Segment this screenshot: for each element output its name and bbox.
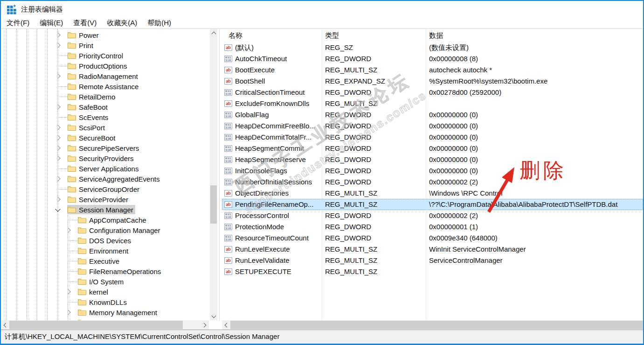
registry-value-row[interactable]: 011110 HeapDeCommitTotalFr... REG_DWORD …: [222, 132, 643, 143]
registry-value-row[interactable]: 011110 AutoChkTimeout REG_DWORD 0x000000…: [222, 53, 643, 64]
tree-item[interactable]: Session Manager: [1, 204, 210, 215]
tree-item[interactable]: DOS Devices: [1, 235, 210, 246]
column-header-type[interactable]: 类型: [322, 29, 426, 42]
registry-value-row[interactable]: 011110 ResourceTimeoutCount REG_DWORD 0x…: [222, 232, 643, 244]
tree-item[interactable]: SecurePipeServers: [1, 143, 210, 153]
tree-connector: [57, 66, 67, 66]
tree-connector: [57, 169, 67, 169]
tree-item[interactable]: AppCompatCache: [1, 215, 210, 225]
list-horizontal-scrollbar[interactable]: [222, 320, 643, 330]
tree-item[interactable]: ScsiPort: [1, 122, 210, 133]
tree-item[interactable]: ProductOptions: [1, 61, 210, 71]
tree-item[interactable]: ServiceGroupOrder: [1, 184, 210, 194]
regedit-app-icon: [7, 4, 17, 14]
tree-item[interactable]: kernel: [1, 287, 210, 297]
expand-chevron-icon[interactable]: [55, 104, 60, 109]
folder-icon: [78, 217, 86, 223]
dword-value-icon: 011110: [224, 56, 232, 62]
tree-item[interactable]: Memory Management: [1, 307, 210, 317]
value-type: REG_MULTI_SZ: [322, 64, 426, 76]
scroll-left-arrow-icon[interactable]: [222, 320, 230, 330]
column-header-name[interactable]: 名称: [222, 29, 322, 42]
tree-horizontal-scrollbar[interactable]: [1, 320, 209, 330]
tree-item-label: ServiceGroupOrder: [79, 185, 139, 193]
tree-item[interactable]: Power: [1, 30, 210, 40]
tree-item[interactable]: Print: [1, 40, 210, 50]
tree-item[interactable]: RadioManagement: [1, 71, 210, 81]
tree-item[interactable]: Executive: [1, 256, 210, 266]
menu-item-favorites[interactable]: 收藏夹(A): [102, 19, 142, 28]
expander-slot: [53, 189, 67, 190]
scroll-right-arrow-icon[interactable]: [201, 320, 209, 330]
tree-hscroll-thumb[interactable]: [9, 321, 183, 329]
expand-chevron-icon[interactable]: [55, 155, 60, 161]
tree-item[interactable]: ServiceProvider: [1, 194, 210, 204]
registry-value-row[interactable]: 011110 CriticalSectionTimeout REG_DWORD …: [222, 87, 643, 98]
registry-value-row[interactable]: 011110 NumberOfInitialSessions REG_DWORD…: [222, 176, 643, 188]
tree-item[interactable]: Server Applications: [1, 163, 210, 174]
registry-value-row[interactable]: ab (默认) REG_SZ (数值未设置): [222, 42, 643, 53]
registry-value-row[interactable]: ab RunLevelValidate REG_MULTI_SZ Service…: [222, 255, 643, 266]
registry-value-row[interactable]: 011110 GlobalFlag REG_DWORD 0x00000000 (…: [222, 109, 643, 120]
tree-item[interactable]: ServiceAggregatedEvents: [1, 174, 210, 184]
registry-value-row[interactable]: 011110 HeapDeCommitFreeBlo... REG_DWORD …: [222, 120, 643, 132]
registry-value-row[interactable]: 011110 HeapSegmentReserve REG_DWORD 0x00…: [222, 154, 643, 165]
tree-connector: [57, 189, 67, 190]
tree-item[interactable]: SecureBoot: [1, 133, 210, 143]
registry-value-row[interactable]: 011110 HeapSegmentCommit REG_DWORD 0x000…: [222, 143, 643, 154]
registry-value-row[interactable]: ab ExcludeFromKnownDlls REG_MULTI_SZ: [222, 98, 643, 109]
string-value-icon: ab: [224, 257, 232, 264]
menu-item-view[interactable]: 查看(V): [68, 19, 102, 28]
registry-value-row[interactable]: ab RunLevelExecute REG_MULTI_SZ WinInit …: [222, 244, 643, 255]
registry-value-row[interactable]: ab PendingFileRenameOp... REG_MULTI_SZ \…: [222, 199, 643, 210]
tree-item[interactable]: KnownDLLs: [1, 297, 210, 307]
expand-chevron-icon[interactable]: [55, 145, 60, 150]
scroll-up-arrow-icon[interactable]: [210, 29, 217, 37]
expand-chevron-icon[interactable]: [55, 176, 60, 181]
pane-splitter[interactable]: [219, 29, 220, 330]
tree-vscroll-thumb[interactable]: [210, 185, 217, 224]
string-value-icon: ab: [224, 67, 232, 73]
list-hscroll-thumb[interactable]: [230, 321, 643, 329]
collapse-chevron-icon[interactable]: [55, 206, 60, 211]
tree-item[interactable]: ScEvents: [1, 112, 210, 122]
tree-item[interactable]: FileRenameOperations: [1, 266, 210, 276]
expand-chevron-icon[interactable]: [55, 197, 60, 202]
tree-connector: [68, 251, 77, 251]
expand-chevron-icon[interactable]: [55, 135, 60, 140]
registry-value-row[interactable]: ab BootExecute REG_MULTI_SZ autocheck au…: [222, 64, 643, 76]
window-title: 注册表编辑器: [21, 5, 63, 14]
expand-chevron-icon[interactable]: [55, 73, 60, 78]
value-type: REG_DWORD: [322, 120, 426, 132]
folder-icon: [68, 83, 76, 90]
tree-item[interactable]: Environment: [1, 246, 210, 256]
expand-chevron-icon[interactable]: [55, 125, 60, 130]
folder-icon: [78, 299, 86, 305]
expand-chevron-icon[interactable]: [65, 227, 70, 232]
tree-item[interactable]: SafeBoot: [1, 102, 210, 112]
expand-chevron-icon[interactable]: [55, 42, 60, 48]
tree-vertical-scrollbar[interactable]: [210, 29, 217, 320]
expand-chevron-icon[interactable]: [55, 32, 60, 37]
scroll-left-arrow-icon[interactable]: [1, 320, 9, 330]
menu-item-file[interactable]: 文件(F): [1, 19, 35, 28]
column-header-data[interactable]: 数据: [426, 29, 643, 42]
expand-chevron-icon[interactable]: [65, 289, 70, 294]
registry-value-row[interactable]: ab ObjectDirectories REG_MULTI_SZ \Windo…: [222, 188, 643, 199]
menu-item-edit[interactable]: 编辑(E): [35, 19, 68, 28]
menu-item-help[interactable]: 帮助(H): [142, 19, 176, 28]
registry-value-row[interactable]: 011110 ProcessorControl REG_DWORD 0x0000…: [222, 210, 643, 221]
tree-item[interactable]: Configuration Manager: [1, 225, 210, 235]
expand-chevron-icon[interactable]: [65, 310, 70, 315]
tree-item[interactable]: I/O System: [1, 276, 210, 287]
tree-item[interactable]: SecurityProviders: [1, 153, 210, 163]
registry-value-row[interactable]: 011110 InitConsoleFlags REG_DWORD 0x0000…: [222, 165, 643, 176]
registry-value-row[interactable]: ab BootShell REG_EXPAND_SZ %SystemRoot%\…: [222, 76, 643, 87]
registry-value-row[interactable]: ab SETUPEXECUTE REG_MULTI_SZ: [222, 266, 643, 277]
tree-item[interactable]: PriorityControl: [1, 50, 210, 61]
tree-item[interactable]: RetailDemo: [1, 92, 210, 102]
registry-value-row[interactable]: 011110 ProtectionMode REG_DWORD 0x000000…: [222, 221, 643, 232]
scroll-down-arrow-icon[interactable]: [210, 312, 217, 320]
folder-icon: [68, 93, 76, 100]
tree-item[interactable]: Remote Assistance: [1, 81, 210, 92]
